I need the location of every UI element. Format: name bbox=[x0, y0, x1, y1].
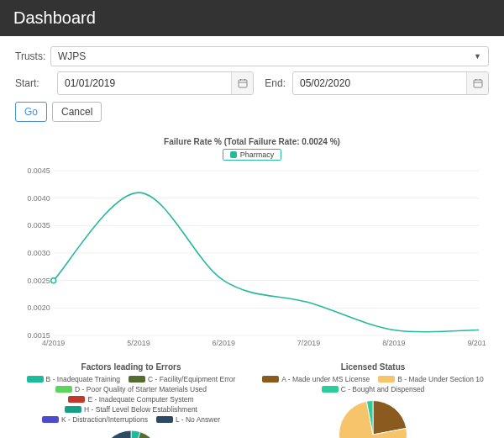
licensed-pie bbox=[323, 397, 423, 438]
end-calendar-button[interactable] bbox=[466, 72, 488, 94]
legend-swatch bbox=[68, 396, 85, 403]
svg-rect-0 bbox=[239, 80, 247, 87]
legend-item[interactable]: H - Staff Level Below Establishment bbox=[65, 405, 197, 414]
end-label: End: bbox=[260, 77, 286, 89]
legend-label: L - No Answer bbox=[176, 415, 220, 424]
svg-text:0.0040: 0.0040 bbox=[27, 194, 50, 203]
date-row: Start: End: bbox=[15, 71, 489, 95]
start-date-field bbox=[57, 71, 254, 95]
cancel-button[interactable]: Cancel bbox=[52, 102, 102, 122]
legend-item[interactable]: C - Bought and Dispensed bbox=[322, 385, 425, 393]
factors-title: Factors leading to Errors bbox=[15, 362, 247, 372]
legend-swatch bbox=[129, 376, 145, 383]
legend-item[interactable]: B - Made Under Section 10 bbox=[378, 375, 484, 383]
start-date-input[interactable] bbox=[58, 73, 231, 93]
chart-title: Failure Rate % (Total Failure Rate: 0.00… bbox=[18, 137, 486, 146]
legend-swatch bbox=[55, 386, 72, 393]
chart-legend: Pharmacy bbox=[18, 149, 486, 161]
legend-swatch bbox=[322, 386, 339, 393]
legend-item[interactable]: D - Poor Quality of Starter Materials Us… bbox=[55, 385, 207, 393]
legend-swatch bbox=[262, 376, 279, 383]
svg-text:0.0025: 0.0025 bbox=[27, 277, 50, 285]
legend-item[interactable]: L - No Answer bbox=[156, 415, 220, 424]
svg-text:4/2019: 4/2019 bbox=[42, 339, 65, 347]
legend-label: A - Made under MS License bbox=[281, 375, 370, 383]
legend-label: B - Inadequate Training bbox=[46, 375, 120, 383]
start-calendar-button[interactable] bbox=[231, 72, 253, 94]
svg-text:7/2019: 7/2019 bbox=[297, 339, 320, 347]
svg-text:9/2019: 9/2019 bbox=[467, 339, 486, 347]
licensed-panel: Licensed Status A - Made under MS Licens… bbox=[257, 362, 489, 438]
legend-swatch bbox=[65, 406, 81, 413]
factors-panel: Factors leading to Errors B - Inadequate… bbox=[15, 362, 247, 438]
legend-swatch bbox=[230, 151, 237, 158]
legend-label: D - Poor Quality of Starter Materials Us… bbox=[75, 385, 207, 393]
failure-rate-chart: Failure Rate % (Total Failure Rate: 0.00… bbox=[15, 134, 489, 357]
calendar-icon bbox=[473, 78, 483, 88]
factors-pie bbox=[89, 427, 173, 438]
svg-text:0.0045: 0.0045 bbox=[27, 166, 50, 175]
legend-label: Pharmacy bbox=[240, 150, 275, 159]
trusts-label: Trusts: bbox=[15, 50, 50, 62]
legend-swatch bbox=[378, 376, 395, 383]
legend-item[interactable]: B - Inadequate Training bbox=[27, 375, 120, 383]
svg-text:5/2019: 5/2019 bbox=[127, 339, 150, 347]
end-date-field bbox=[292, 71, 489, 95]
trusts-value: WJPS bbox=[58, 50, 474, 62]
legend-swatch bbox=[27, 376, 44, 383]
legend-item-pharmacy[interactable]: Pharmacy bbox=[223, 149, 282, 161]
trusts-row: Trusts: WJPS ▼ bbox=[15, 46, 489, 66]
end-date-input[interactable] bbox=[293, 73, 466, 93]
licensed-legend: A - Made under MS LicenseB - Made Under … bbox=[257, 375, 489, 393]
legend-label: E - Inadequate Computer System bbox=[87, 395, 193, 404]
bottom-panels: Factors leading to Errors B - Inadequate… bbox=[15, 362, 489, 438]
legend-label: C - Facility/Equipment Error bbox=[148, 375, 235, 383]
svg-text:6/2019: 6/2019 bbox=[213, 339, 235, 347]
svg-text:0.0035: 0.0035 bbox=[27, 221, 50, 230]
legend-swatch bbox=[156, 416, 173, 423]
legend-item[interactable]: C - Facility/Equipment Error bbox=[129, 375, 235, 383]
calendar-icon bbox=[238, 78, 248, 88]
svg-rect-4 bbox=[474, 80, 482, 87]
licensed-title: Licensed Status bbox=[257, 362, 489, 372]
page-title: Dashboard bbox=[0, 0, 504, 36]
line-chart-svg: 0.00150.00200.00250.00300.00350.00400.00… bbox=[18, 166, 486, 351]
svg-text:0.0020: 0.0020 bbox=[27, 303, 50, 312]
legend-label: H - Staff Level Below Establishment bbox=[84, 405, 197, 414]
svg-text:0.0030: 0.0030 bbox=[27, 249, 50, 257]
factors-legend: B - Inadequate TrainingC - Facility/Equi… bbox=[15, 375, 247, 424]
svg-text:8/2019: 8/2019 bbox=[382, 339, 405, 347]
start-label: Start: bbox=[15, 77, 50, 89]
svg-point-28 bbox=[51, 278, 56, 283]
legend-label: C - Bought and Dispensed bbox=[341, 385, 425, 393]
trusts-select[interactable]: WJPS ▼ bbox=[50, 46, 489, 66]
go-button[interactable]: Go bbox=[15, 102, 47, 122]
legend-item[interactable]: E - Inadequate Computer System bbox=[68, 395, 193, 404]
legend-swatch bbox=[42, 416, 59, 423]
legend-label: B - Made Under Section 10 bbox=[397, 375, 484, 383]
action-buttons: Go Cancel bbox=[15, 102, 489, 122]
legend-item[interactable]: K - Distraction/Interruptions bbox=[42, 415, 148, 424]
legend-label: K - Distraction/Interruptions bbox=[61, 415, 148, 424]
chevron-down-icon: ▼ bbox=[474, 52, 481, 61]
dashboard-container: Trusts: WJPS ▼ Start: End: Go Cancel Fai… bbox=[0, 36, 504, 438]
legend-item[interactable]: A - Made under MS License bbox=[262, 375, 370, 383]
